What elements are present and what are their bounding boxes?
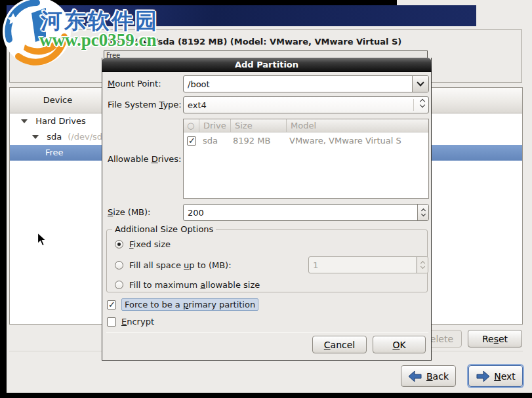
encrypt-row[interactable]: Encrypt [107,317,154,327]
radio-row-fill-max[interactable]: Fill to maximum allowable size [115,279,260,290]
next-button-label: Next [494,371,516,382]
force-primary-row[interactable]: Force to be a primary partition [107,298,258,311]
installer-screen: 河东软件园 www.pc0359.cn Drive /dev/sda (8192… [0,0,532,398]
ok-button[interactable]: OK [373,336,426,353]
tree-label: Hard Drives [35,116,86,126]
reset-button-label: Reset [482,334,508,344]
encrypt-label: Encrypt [121,317,154,327]
spin-down-icon [420,212,425,216]
chevron-down-icon [417,79,424,86]
size-input[interactable] [184,205,417,220]
installer-header-band [0,5,476,26]
mouse-cursor-icon [37,232,47,247]
mount-point-combo[interactable] [183,75,429,92]
dialog-button-separator [106,332,428,333]
back-arrow-icon [408,370,422,382]
size-spinbox[interactable] [183,204,429,221]
left-black-strip [0,0,7,393]
cancel-button-label: Cancel [324,340,355,350]
force-primary-checkbox[interactable] [107,300,116,309]
fs-type-value: ext4 [188,100,207,110]
reset-button[interactable]: Reset [468,330,522,348]
cancel-button[interactable]: Cancel [312,336,367,353]
fixed-size-radio[interactable] [115,240,123,249]
fill-up-to-input [309,257,416,273]
dialog-title: Add Partition [235,60,298,70]
allowable-drives-table: ○ Drive Size Model sda 8192 MB VMware, V… [183,119,429,199]
force-primary-label: Force to be a primary partition [121,298,258,311]
spin-down-icon [420,264,424,269]
fs-type-label: File System Type: [108,100,182,109]
fs-type-combo[interactable]: ext4 [183,96,429,113]
back-button[interactable]: Back [401,365,456,387]
drive-title: Drive /dev/sda (8192 MB) (Model: VMware,… [106,37,401,47]
combo-separator [413,99,414,111]
tree-label: Free [45,148,64,157]
radio-row-fixed-size[interactable]: Fixed size [115,238,171,250]
toggle-column-header: ○ [184,119,199,132]
drive-size: 8192 MB [233,136,289,146]
fill-up-to-spinbox [308,256,428,273]
top-black-strip [0,0,397,5]
fill-up-to-radio[interactable] [115,261,123,269]
fill-max-label: Fill to maximum allowable size [129,280,260,290]
fill-up-to-label: Fill all space up to (MB): [129,260,232,270]
back-button-label: Back [426,371,449,382]
allowable-drive-row[interactable]: sda 8192 MB VMware, VMware Virtual S [184,133,428,148]
expander-icon[interactable] [32,135,39,139]
device-column-label: Device [10,95,106,105]
bottom-black-strip [0,393,532,398]
next-button[interactable]: Next [468,365,523,387]
model-column-header: Model [287,119,428,132]
fixed-size-label: Fixed size [129,239,171,249]
mount-point-input[interactable] [184,76,412,92]
tree-label: sda [47,132,62,142]
mount-point-label: Mount Point: [108,79,161,89]
encrypt-checkbox[interactable] [107,317,116,327]
ok-button-label: OK [392,340,405,350]
radio-row-fill-up-to[interactable]: Fill all space up to (MB): [115,259,232,271]
fill-max-radio[interactable] [115,281,123,289]
drive-name: sda [203,136,233,146]
size-spin-buttons[interactable] [417,205,428,220]
drive-checkbox[interactable] [187,136,196,146]
dialog-titlebar[interactable]: Add Partition [102,58,432,72]
expander-icon[interactable] [21,119,28,123]
additional-size-options-frame: Additional Size Options Fixed size Fill … [106,229,428,292]
fill-up-to-spin-buttons [417,257,428,273]
allowable-drives-label: Allowable Drives: [108,154,182,164]
combo-updown-icon[interactable] [420,100,424,107]
allowable-drives-header[interactable]: ○ Drive Size Model [184,119,428,132]
next-arrow-icon [476,370,490,382]
size-column-header: Size [231,119,287,132]
drive-column-header: Drive [199,119,231,132]
add-partition-dialog: Add Partition Mount Point: File System T… [102,58,432,361]
mount-point-dropdown-button[interactable] [412,76,428,92]
drive-model: VMware, VMware Virtual S [289,136,401,146]
frame-legend: Additional Size Options [112,224,216,234]
size-label: Size (MB): [108,207,151,217]
